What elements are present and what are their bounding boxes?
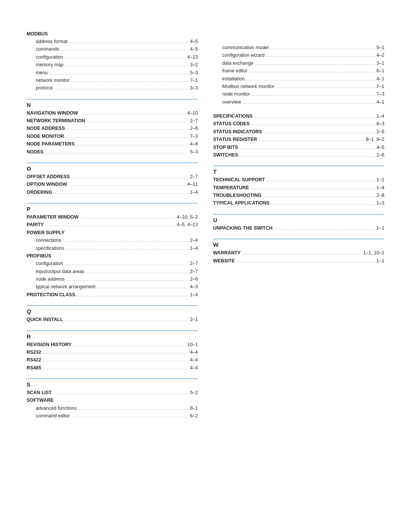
- entry-label: PARAMETER WINDOW: [27, 214, 79, 221]
- entry-page: 7–3: [376, 91, 384, 98]
- entry-dots: [61, 50, 188, 51]
- index-entry: NETWORK TERMINATION2–7: [27, 117, 198, 125]
- entry-dots: [255, 64, 375, 65]
- entry-dots: [86, 273, 188, 273]
- entry-label: Modbus network monitor: [222, 83, 274, 90]
- entry-dots: [72, 417, 189, 417]
- index-entry: Modbus network monitor7–1: [213, 83, 384, 90]
- entry-dots: [246, 80, 375, 80]
- index-section: SSCAN LIST5–2SOFTWAREadvanced functions8…: [27, 379, 198, 420]
- index-entry: installation4–1: [213, 75, 384, 83]
- entry-dots: [65, 58, 186, 59]
- entry-label: STATUS INDICATORS: [213, 128, 262, 136]
- entry-label: UNPACKING THE SWITCH: [213, 225, 272, 232]
- index-entry: advanced functions8–1: [27, 405, 198, 412]
- entry-page: 5–3: [190, 149, 198, 156]
- index-entry: node monitor7–3: [213, 91, 384, 98]
- index-entry: QUICK INSTALL2–1: [27, 316, 198, 323]
- entry-label: overview: [222, 99, 241, 106]
- entry-label: PARITY: [27, 221, 44, 228]
- entry-label: NODE PARAMETERS: [27, 141, 75, 148]
- entry-label: connections: [36, 237, 61, 244]
- entry-page: 4–5, 4–13: [177, 221, 198, 228]
- section-divider: [27, 305, 198, 306]
- entry-page: 5–2: [190, 389, 198, 396]
- index-section: TTECHNICAL SUPPORT1–1TEMPERATURE1–4TROUB…: [213, 166, 384, 207]
- entry-label: STATUS CODES: [213, 120, 250, 128]
- entry-dots: [71, 81, 188, 82]
- entry-page: 1–4: [376, 113, 384, 120]
- entry-dots: [240, 156, 375, 157]
- index-section: WWARRANTY1–1, 10–1WEBSITE1–1: [213, 239, 384, 265]
- entry-label: node address: [36, 276, 65, 283]
- entry-dots: [252, 95, 375, 96]
- index-section: MODBUSaddress format4–5commands4–5config…: [27, 31, 198, 92]
- index-entry: WARRANTY1–1, 10–1: [213, 249, 384, 257]
- entry-page: 7–1: [376, 83, 384, 90]
- entry-label: input/output data areas: [36, 268, 84, 275]
- section-divider: [213, 166, 384, 166]
- index-entry: memory map3–2: [27, 61, 198, 69]
- entry-page: 4–1: [376, 99, 384, 106]
- entry-page: 4–4: [190, 349, 198, 356]
- entry-dots: [65, 66, 188, 66]
- index-entry: NODES5–3: [27, 149, 198, 156]
- index-entry: RS4224–4: [27, 356, 198, 364]
- entry-dots: [271, 204, 375, 204]
- entry-page: 6–1: [376, 67, 384, 75]
- entry-label: PROTECTION CLASS: [27, 291, 75, 299]
- index-entry: STATUS CODES8–3: [213, 120, 384, 128]
- entry-label: command editor: [36, 412, 70, 420]
- index-entry: STATUS INDICATORS2–5: [213, 128, 384, 136]
- entry-page: 4–11: [187, 181, 198, 188]
- index-entry: SOFTWARE: [27, 397, 198, 404]
- entry-page: 2–6: [376, 152, 384, 159]
- index-section-spec: SPECIFICATIONS1–4STATUS CODES8–3STATUS I…: [213, 113, 384, 159]
- section-divider: [27, 379, 198, 379]
- section-divider: [213, 214, 384, 214]
- index-section: OOFFSET ADDRESS2–7OPTION WINDOW4–11ORDER…: [27, 163, 198, 196]
- entry-label: SCAN LIST: [27, 389, 52, 396]
- index-entry: typical network arrangement4–3: [27, 283, 198, 291]
- section-letter: W: [213, 241, 384, 248]
- entry-label: TYPICAL APPLICATIONS: [213, 200, 269, 207]
- entry-page: 3–2: [190, 61, 198, 69]
- entry-page: 4–5: [190, 38, 198, 45]
- entry-page: 4–4: [190, 356, 198, 364]
- section-divider: [27, 99, 198, 99]
- entry-label: commands: [36, 46, 59, 53]
- index-entry: ORDERING1–4: [27, 189, 198, 196]
- entry-page: 2–7: [190, 260, 198, 267]
- entry-dots: [242, 254, 362, 254]
- entry-page: 6–2: [190, 412, 198, 420]
- entry-label: SPECIFICATIONS: [213, 113, 253, 120]
- entry-page: 5–3: [190, 69, 198, 77]
- entry-dots: [276, 88, 375, 88]
- entry-label: advanced functions: [36, 405, 77, 412]
- entry-page: 2–7: [190, 117, 198, 125]
- entry-dots: [65, 137, 188, 138]
- entry-label: ORDERING: [27, 189, 52, 196]
- entry-dots: [45, 153, 188, 153]
- entry-page: 1–4: [190, 189, 198, 196]
- section-letter: O: [27, 165, 198, 172]
- index-entry: overview4–1: [213, 99, 384, 106]
- index-entry: OPTION WINDOW4–11: [27, 181, 198, 188]
- entry-page: 4–13: [187, 54, 198, 61]
- entry-dots: [274, 229, 375, 230]
- index-entry: NODE PARAMETERS4–8: [27, 141, 198, 148]
- entry-label: menu: [36, 69, 48, 77]
- left-column: MODBUSaddress format4–5commands4–5config…: [27, 30, 198, 427]
- entry-dots: [43, 353, 188, 354]
- entry-label: RS422: [27, 356, 41, 364]
- entry-dots: [254, 117, 375, 118]
- entry-dots: [249, 72, 375, 72]
- entry-label: STOP BITS: [213, 144, 238, 151]
- entry-dots: [65, 321, 189, 321]
- entry-dots: [263, 133, 375, 133]
- entry-page: 8–3: [376, 120, 384, 128]
- index-entry: frame editor6–1: [213, 67, 384, 75]
- entry-label: POWER SUPPLY: [27, 229, 65, 236]
- entry-page: 4–2: [376, 52, 384, 59]
- index-section: QQUICK INSTALL2–1: [27, 305, 198, 323]
